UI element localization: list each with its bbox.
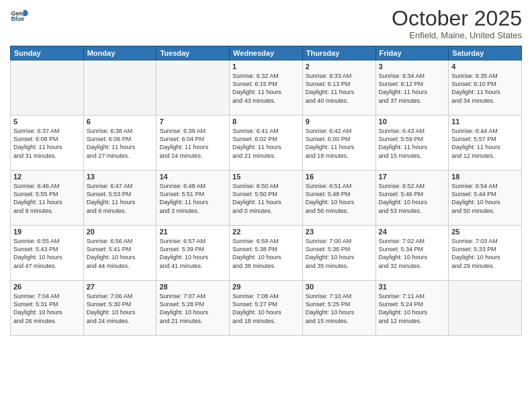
calendar-cell xyxy=(449,281,522,336)
calendar-cell: 19Sunrise: 6:55 AM Sunset: 5:43 PM Dayli… xyxy=(11,226,84,281)
calendar-cell: 6Sunrise: 6:38 AM Sunset: 6:06 PM Daylig… xyxy=(83,116,157,171)
location: Enfield, Maine, United States xyxy=(392,30,522,40)
day-info: Sunrise: 7:08 AM Sunset: 5:27 PM Dayligh… xyxy=(232,292,300,325)
day-info: Sunrise: 6:52 AM Sunset: 5:46 PM Dayligh… xyxy=(379,182,446,215)
day-info: Sunrise: 6:47 AM Sunset: 5:53 PM Dayligh… xyxy=(87,182,154,215)
day-info: Sunrise: 6:48 AM Sunset: 5:51 PM Dayligh… xyxy=(159,182,226,215)
day-info: Sunrise: 6:44 AM Sunset: 5:57 PM Dayligh… xyxy=(451,127,519,160)
calendar-week-3: 19Sunrise: 6:55 AM Sunset: 5:43 PM Dayli… xyxy=(11,226,522,281)
day-number: 24 xyxy=(379,228,446,236)
day-info: Sunrise: 6:37 AM Sunset: 6:08 PM Dayligh… xyxy=(13,127,81,160)
col-wednesday: Wednesday xyxy=(230,46,303,60)
day-info: Sunrise: 6:51 AM Sunset: 5:48 PM Dayligh… xyxy=(306,182,373,215)
day-info: Sunrise: 6:59 AM Sunset: 5:38 PM Dayligh… xyxy=(232,237,300,270)
day-number: 9 xyxy=(306,118,373,126)
day-number: 13 xyxy=(87,173,154,181)
day-number: 4 xyxy=(451,62,519,71)
day-number: 30 xyxy=(306,283,373,291)
day-info: Sunrise: 7:02 AM Sunset: 5:34 PM Dayligh… xyxy=(379,237,446,270)
month-title: October 2025 xyxy=(392,7,522,30)
title-block: October 2025 Enfield, Maine, United Stat… xyxy=(392,7,522,40)
day-number: 29 xyxy=(232,283,300,291)
day-info: Sunrise: 6:39 AM Sunset: 6:04 PM Dayligh… xyxy=(159,127,226,160)
day-info: Sunrise: 6:32 AM Sunset: 6:15 PM Dayligh… xyxy=(232,72,300,105)
calendar-cell: 14Sunrise: 6:48 AM Sunset: 5:51 PM Dayli… xyxy=(157,171,230,226)
calendar-cell: 11Sunrise: 6:44 AM Sunset: 5:57 PM Dayli… xyxy=(449,116,522,171)
day-number: 10 xyxy=(379,118,446,126)
page: General Blue October 2025 Enfield, Maine… xyxy=(0,0,532,411)
day-number: 17 xyxy=(379,173,446,181)
day-info: Sunrise: 6:38 AM Sunset: 6:06 PM Dayligh… xyxy=(87,127,154,160)
calendar-cell: 8Sunrise: 6:41 AM Sunset: 6:02 PM Daylig… xyxy=(230,116,303,171)
col-tuesday: Tuesday xyxy=(157,46,230,60)
day-number: 7 xyxy=(159,118,226,126)
day-info: Sunrise: 6:33 AM Sunset: 6:13 PM Dayligh… xyxy=(306,72,373,105)
calendar-cell xyxy=(11,60,84,116)
day-number: 8 xyxy=(232,118,300,126)
day-number: 15 xyxy=(232,173,300,181)
day-number: 22 xyxy=(232,228,300,236)
day-number: 26 xyxy=(13,283,81,291)
calendar-cell: 21Sunrise: 6:57 AM Sunset: 5:39 PM Dayli… xyxy=(157,226,230,281)
calendar-cell: 4Sunrise: 6:35 AM Sunset: 6:10 PM Daylig… xyxy=(449,60,522,116)
day-info: Sunrise: 7:06 AM Sunset: 5:30 PM Dayligh… xyxy=(87,292,154,325)
day-info: Sunrise: 6:46 AM Sunset: 5:55 PM Dayligh… xyxy=(13,182,81,215)
logo: General Blue xyxy=(10,7,29,26)
day-number: 25 xyxy=(451,228,519,236)
day-info: Sunrise: 7:07 AM Sunset: 5:28 PM Dayligh… xyxy=(159,292,226,325)
day-info: Sunrise: 7:11 AM Sunset: 5:24 PM Dayligh… xyxy=(379,292,446,325)
calendar-table: Sunday Monday Tuesday Wednesday Thursday… xyxy=(10,46,522,336)
calendar-week-1: 5Sunrise: 6:37 AM Sunset: 6:08 PM Daylig… xyxy=(11,116,522,171)
calendar-cell: 13Sunrise: 6:47 AM Sunset: 5:53 PM Dayli… xyxy=(83,171,157,226)
day-info: Sunrise: 6:57 AM Sunset: 5:39 PM Dayligh… xyxy=(159,237,226,270)
day-info: Sunrise: 6:34 AM Sunset: 6:12 PM Dayligh… xyxy=(379,72,446,105)
day-number: 2 xyxy=(306,62,373,71)
calendar-cell: 24Sunrise: 7:02 AM Sunset: 5:34 PM Dayli… xyxy=(375,226,449,281)
day-number: 5 xyxy=(13,118,81,126)
day-number: 3 xyxy=(379,62,446,71)
calendar-cell: 25Sunrise: 7:03 AM Sunset: 5:33 PM Dayli… xyxy=(449,226,522,281)
day-number: 12 xyxy=(13,173,81,181)
day-number: 31 xyxy=(379,283,446,291)
calendar-cell: 18Sunrise: 6:54 AM Sunset: 5:44 PM Dayli… xyxy=(449,171,522,226)
day-number: 23 xyxy=(306,228,373,236)
day-number: 6 xyxy=(87,118,154,126)
calendar-cell: 27Sunrise: 7:06 AM Sunset: 5:30 PM Dayli… xyxy=(83,281,157,336)
day-number: 20 xyxy=(87,228,154,236)
calendar-cell: 15Sunrise: 6:50 AM Sunset: 5:50 PM Dayli… xyxy=(230,171,303,226)
col-sunday: Sunday xyxy=(11,46,84,60)
day-info: Sunrise: 6:41 AM Sunset: 6:02 PM Dayligh… xyxy=(232,127,300,160)
calendar-cell: 9Sunrise: 6:42 AM Sunset: 6:00 PM Daylig… xyxy=(302,116,375,171)
day-number: 28 xyxy=(159,283,226,291)
day-info: Sunrise: 7:10 AM Sunset: 5:25 PM Dayligh… xyxy=(306,292,373,325)
day-info: Sunrise: 7:00 AM Sunset: 5:36 PM Dayligh… xyxy=(306,237,373,270)
day-info: Sunrise: 6:56 AM Sunset: 5:41 PM Dayligh… xyxy=(87,237,154,270)
day-number: 21 xyxy=(159,228,226,236)
col-saturday: Saturday xyxy=(449,46,522,60)
calendar-cell: 17Sunrise: 6:52 AM Sunset: 5:46 PM Dayli… xyxy=(375,171,449,226)
logo-icon: General Blue xyxy=(10,7,29,26)
calendar-cell: 2Sunrise: 6:33 AM Sunset: 6:13 PM Daylig… xyxy=(302,60,375,116)
calendar-cell: 7Sunrise: 6:39 AM Sunset: 6:04 PM Daylig… xyxy=(157,116,230,171)
col-friday: Friday xyxy=(375,46,449,60)
calendar-cell: 20Sunrise: 6:56 AM Sunset: 5:41 PM Dayli… xyxy=(83,226,157,281)
day-info: Sunrise: 7:03 AM Sunset: 5:33 PM Dayligh… xyxy=(451,237,519,270)
calendar-cell xyxy=(83,60,157,116)
day-number: 18 xyxy=(451,173,519,181)
calendar-cell: 31Sunrise: 7:11 AM Sunset: 5:24 PM Dayli… xyxy=(375,281,449,336)
day-number: 16 xyxy=(306,173,373,181)
day-info: Sunrise: 7:04 AM Sunset: 5:31 PM Dayligh… xyxy=(13,292,81,325)
day-number: 19 xyxy=(13,228,81,236)
day-info: Sunrise: 6:50 AM Sunset: 5:50 PM Dayligh… xyxy=(232,182,300,215)
calendar-week-4: 26Sunrise: 7:04 AM Sunset: 5:31 PM Dayli… xyxy=(11,281,522,336)
day-number: 1 xyxy=(232,62,300,71)
calendar-cell: 28Sunrise: 7:07 AM Sunset: 5:28 PM Dayli… xyxy=(157,281,230,336)
header: General Blue October 2025 Enfield, Maine… xyxy=(10,7,522,40)
day-info: Sunrise: 6:35 AM Sunset: 6:10 PM Dayligh… xyxy=(451,72,519,105)
calendar-header-row: Sunday Monday Tuesday Wednesday Thursday… xyxy=(11,46,522,60)
day-info: Sunrise: 6:55 AM Sunset: 5:43 PM Dayligh… xyxy=(13,237,81,270)
calendar-cell: 10Sunrise: 6:43 AM Sunset: 5:59 PM Dayli… xyxy=(375,116,449,171)
calendar-cell: 1Sunrise: 6:32 AM Sunset: 6:15 PM Daylig… xyxy=(230,60,303,116)
calendar-cell: 29Sunrise: 7:08 AM Sunset: 5:27 PM Dayli… xyxy=(230,281,303,336)
day-number: 27 xyxy=(87,283,154,291)
